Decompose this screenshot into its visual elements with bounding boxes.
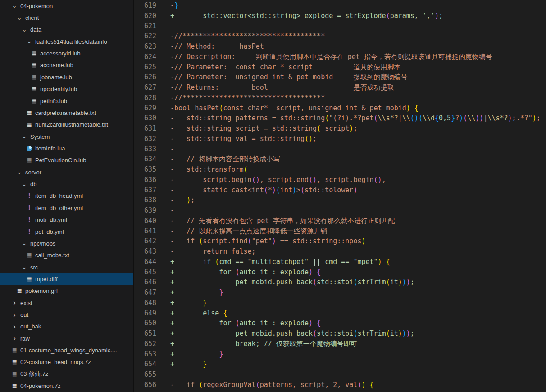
code-line[interactable]: 624-// Description: 判断道具使用脚本中是否存在 pet 指令…	[134, 52, 546, 62]
code-line[interactable]: 656- if (regexGroupVal(patterns, script,…	[134, 380, 546, 390]
document-icon: ≣	[30, 98, 38, 104]
code-line[interactable]: 654+ }	[134, 359, 546, 369]
code-line[interactable]: 632- std::string val = std::string();	[134, 134, 546, 144]
line-number: 651	[134, 328, 156, 339]
tree-file-npcidentity-lub[interactable]: ≣npcidentity.lub	[0, 83, 133, 95]
tree-file-pokemon-grf[interactable]: ≣pokemon.grf	[0, 285, 133, 297]
code-line[interactable]: 625-// Parameter: const char * script 道具…	[134, 62, 546, 73]
code-line[interactable]: 623-// Method: hasPet	[134, 41, 546, 52]
code-line-text: - script.begin(), script.end(), script.b…	[170, 175, 386, 185]
chevron-down-icon: ⌄	[25, 39, 33, 44]
tree-folder-out-bak[interactable]: ›out_bak	[0, 321, 133, 333]
code-line[interactable]: 651+ pet_mobid.push_back(std::stoi(strTr…	[134, 328, 546, 339]
code-line[interactable]: 622-//**********************************…	[134, 31, 546, 41]
tree-item-label: luafiles514\lua files\datainfo	[35, 38, 107, 45]
code-line[interactable]: 646+ pet_mobid.push_back(std::stoi(strTr…	[134, 277, 546, 287]
code-line[interactable]: 652+ break; // 仅获取第一个魔物编号即可	[134, 339, 546, 349]
code-line[interactable]: 629-bool hasPet(const char* _script, uns…	[134, 103, 546, 114]
code-line[interactable]: 638- );	[134, 195, 546, 205]
code-line-text: - static_cast<int(*)(int)>(std::tolower)	[170, 185, 357, 196]
code-line[interactable]: 657- pet_mobid = std::stoi(val);	[134, 390, 546, 392]
chevron-right-icon: ›	[10, 324, 18, 329]
code-line[interactable]: 634- // 将脚本内容全部转换成小写	[134, 154, 546, 164]
tree-file-01-costume-head-wings-dynamic[interactable]: ≣01-costume_head_wings_dynamic....	[0, 344, 133, 356]
tree-folder-04-pokemon[interactable]: ⌄04-pokemon	[0, 0, 133, 12]
tree-file-petinfo-lub[interactable]: ≣petinfo.lub	[0, 95, 133, 107]
tree-item-label: iteminfo.lua	[35, 145, 65, 152]
code-line-text: - std::string val = std::string();	[170, 134, 317, 144]
tree-item-label: 04-pokemon.7z	[20, 383, 61, 389]
code-line[interactable]: 635- std::transform(	[134, 164, 546, 175]
tree-file-pet-db-yml[interactable]: !pet_db.yml	[0, 226, 133, 237]
code-line-text: - );	[170, 195, 195, 205]
tree-file-cardprefixnametable-txt[interactable]: ≣cardprefixnametable.txt	[0, 107, 133, 119]
chevron-down-icon: ⌄	[20, 134, 28, 139]
tree-item-label: exist	[20, 300, 32, 306]
tree-file-03-7z[interactable]: ≣03-修仙.7z	[0, 368, 133, 380]
lua-file-icon	[25, 146, 33, 152]
code-line[interactable]: 645+ for (auto it : explode) {	[134, 267, 546, 278]
code-line[interactable]: 644+ if (cmd == "multicatchpet" || cmd =…	[134, 257, 546, 267]
tree-folder-exist[interactable]: ›exist	[0, 297, 133, 309]
document-icon: ≣	[25, 122, 33, 128]
code-line-text: -// Parameter: unsigned int & pet_mobid …	[170, 72, 407, 82]
tree-item-label: call_mobs.txt	[35, 252, 69, 259]
tree-file-iteminfo-lua[interactable]: iteminfo.lua	[0, 142, 133, 154]
code-line[interactable]: 643- return false;	[134, 246, 546, 257]
tree-folder-client[interactable]: ⌄client	[0, 12, 133, 23]
tree-folder-npc-mobs[interactable]: ⌄npc\mobs	[0, 237, 133, 249]
code-line[interactable]: 628-//**********************************…	[134, 93, 546, 103]
code-line-text: - // 先看看有没有包含 pet 字符串，如果没有那么就不进行正则匹配	[170, 216, 395, 226]
tree-file-accessoryid-lub[interactable]: ≣accessoryid.lub	[0, 47, 133, 59]
tree-file-mob-db-yml[interactable]: !mob_db.yml	[0, 214, 133, 225]
code-line[interactable]: 655	[134, 369, 546, 380]
code-line[interactable]: 631- std::string script = std::string(_s…	[134, 123, 546, 134]
tree-folder-out[interactable]: ›out	[0, 309, 133, 320]
tree-file-item-db-head-yml[interactable]: !item_db_head.yml	[0, 190, 133, 202]
code-line[interactable]: 633-	[134, 144, 546, 155]
tree-file-02-costume-head-rings-7z[interactable]: ≣02-costume_head_rings.7z	[0, 356, 133, 368]
tree-folder-server[interactable]: ⌄server	[0, 166, 133, 178]
code-line[interactable]: 637- static_cast<int(*)(int)>(std::tolow…	[134, 185, 546, 196]
code-line[interactable]: 636- script.begin(), script.end(), scrip…	[134, 175, 546, 185]
tree-file-jobname-lub[interactable]: ≣jobname.lub	[0, 71, 133, 83]
line-number: 630	[134, 113, 156, 123]
code-line[interactable]: 640- // 先看看有没有包含 pet 字符串，如果没有那么就不进行正则匹配	[134, 216, 546, 226]
file-explorer: ⌄04-pokemon⌄client⌄data⌄luafiles514\lua …	[0, 0, 134, 392]
tree-file-call-mobs-txt[interactable]: ≣call_mobs.txt	[0, 250, 133, 261]
code-line[interactable]: 650+ for (auto it : explode) {	[134, 318, 546, 328]
chevron-down-icon: ⌄	[10, 4, 18, 8]
code-line[interactable]: 641- // 以此来提高一点点速度和降低一些资源开销	[134, 226, 546, 237]
code-line[interactable]: 627-// Returns: bool 是否成功提取	[134, 82, 546, 93]
tree-folder-system[interactable]: ⌄System	[0, 131, 133, 142]
tree-file-mpet-diff[interactable]: ≣mpet.diff	[0, 273, 133, 285]
code-line[interactable]: 620+ std::vector<std::string> explode = …	[134, 11, 546, 21]
document-icon: ≣	[15, 288, 23, 294]
tree-file-04-pokemon-7z[interactable]: ≣04-pokemon.7z	[0, 380, 133, 392]
code-line[interactable]: 647+ }	[134, 287, 546, 298]
chevron-down-icon: ⌄	[20, 241, 28, 246]
line-number: 643	[134, 246, 156, 257]
tree-file-petevolutioncln-lub[interactable]: ≣PetEvolutionCln.lub	[0, 155, 133, 166]
code-line[interactable]: 626-// Parameter: unsigned int & pet_mob…	[134, 72, 546, 82]
tree-folder-data[interactable]: ⌄data	[0, 24, 133, 36]
code-line[interactable]: 619-}	[134, 0, 546, 11]
line-number: 623	[134, 41, 156, 52]
code-line[interactable]: 642- if (script.find("pet") == std::stri…	[134, 236, 546, 246]
code-line[interactable]: 653+ }	[134, 349, 546, 360]
tree-folder-raw[interactable]: ›raw	[0, 333, 133, 344]
code-line[interactable]: 648+ }	[134, 298, 546, 308]
code-line[interactable]: 639-	[134, 205, 546, 216]
tree-file-num2cardillustnametable-txt[interactable]: ≣num2cardillustnametable.txt	[0, 119, 133, 131]
code-line[interactable]: 621	[134, 21, 546, 32]
code-line[interactable]: 649+ else {	[134, 308, 546, 319]
code-line-text: + else {	[170, 308, 227, 319]
line-number: 642	[134, 236, 156, 246]
tree-item-label: npcidentity.lub	[40, 86, 77, 92]
tree-folder-src[interactable]: ⌄src	[0, 261, 133, 273]
tree-folder-luafiles514-lua-files-datainfo[interactable]: ⌄luafiles514\lua files\datainfo	[0, 36, 133, 47]
tree-file-item-db-other-yml[interactable]: !item_db_other.yml	[0, 202, 133, 214]
tree-file-accname-lub[interactable]: ≣accname.lub	[0, 59, 133, 71]
code-line[interactable]: 630- std::string patterns = std::string(…	[134, 113, 546, 123]
tree-folder-db[interactable]: ⌄db	[0, 178, 133, 190]
